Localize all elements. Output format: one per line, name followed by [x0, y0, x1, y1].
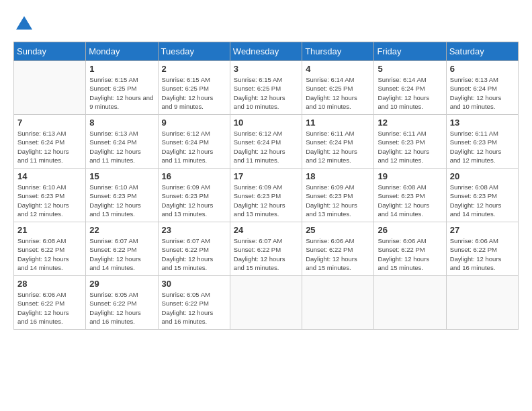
calendar-cell: 17Sunrise: 6:09 AMSunset: 6:23 PMDayligh… — [230, 169, 302, 222]
calendar-cell — [14, 61, 86, 115]
calendar-cell: 23Sunrise: 6:07 AMSunset: 6:22 PMDayligh… — [158, 222, 230, 276]
weekday-header: Saturday — [446, 42, 518, 61]
day-number: 1 — [89, 64, 154, 74]
calendar-cell: 12Sunrise: 6:11 AMSunset: 6:23 PMDayligh… — [374, 115, 446, 169]
day-detail: Sunrise: 6:05 AMSunset: 6:22 PMDaylight:… — [89, 290, 154, 326]
calendar-cell: 3Sunrise: 6:15 AMSunset: 6:25 PMDaylight… — [230, 61, 302, 115]
day-detail: Sunrise: 6:05 AMSunset: 6:22 PMDaylight:… — [162, 290, 226, 326]
day-detail: Sunrise: 6:12 AMSunset: 6:24 PMDaylight:… — [162, 129, 226, 165]
logo — [13, 13, 38, 35]
day-number: 18 — [306, 171, 370, 181]
day-detail: Sunrise: 6:11 AMSunset: 6:23 PMDaylight:… — [378, 129, 442, 165]
calendar-cell: 19Sunrise: 6:08 AMSunset: 6:23 PMDayligh… — [374, 169, 446, 222]
day-number: 5 — [378, 64, 442, 74]
calendar-cell: 4Sunrise: 6:14 AMSunset: 6:25 PMDaylight… — [302, 61, 374, 115]
day-number: 3 — [234, 64, 298, 74]
weekday-header: Tuesday — [158, 42, 230, 61]
calendar-cell: 27Sunrise: 6:06 AMSunset: 6:22 PMDayligh… — [446, 222, 518, 276]
calendar-cell — [302, 276, 374, 330]
calendar-cell: 30Sunrise: 6:05 AMSunset: 6:22 PMDayligh… — [158, 276, 230, 330]
day-number: 27 — [450, 225, 515, 235]
day-detail: Sunrise: 6:08 AMSunset: 6:23 PMDaylight:… — [378, 183, 442, 218]
calendar-cell: 24Sunrise: 6:07 AMSunset: 6:22 PMDayligh… — [230, 222, 302, 276]
calendar-cell: 1Sunrise: 6:15 AMSunset: 6:25 PMDaylight… — [86, 61, 158, 115]
calendar-cell: 25Sunrise: 6:06 AMSunset: 6:22 PMDayligh… — [302, 222, 374, 276]
calendar-cell: 26Sunrise: 6:06 AMSunset: 6:22 PMDayligh… — [374, 222, 446, 276]
day-detail: Sunrise: 6:06 AMSunset: 6:22 PMDaylight:… — [378, 236, 442, 272]
calendar-cell: 16Sunrise: 6:09 AMSunset: 6:23 PMDayligh… — [158, 169, 230, 222]
day-detail: Sunrise: 6:11 AMSunset: 6:24 PMDaylight:… — [306, 129, 370, 165]
day-detail: Sunrise: 6:06 AMSunset: 6:22 PMDaylight:… — [306, 236, 370, 272]
calendar-cell: 11Sunrise: 6:11 AMSunset: 6:24 PMDayligh… — [302, 115, 374, 169]
day-detail: Sunrise: 6:10 AMSunset: 6:23 PMDaylight:… — [17, 183, 82, 218]
day-number: 8 — [89, 118, 154, 128]
day-detail: Sunrise: 6:09 AMSunset: 6:23 PMDaylight:… — [162, 183, 226, 218]
day-number: 7 — [17, 118, 82, 128]
day-detail: Sunrise: 6:15 AMSunset: 6:25 PMDaylight:… — [162, 75, 226, 111]
day-number: 26 — [378, 225, 442, 235]
calendar-cell: 29Sunrise: 6:05 AMSunset: 6:22 PMDayligh… — [86, 276, 158, 330]
calendar-cell — [230, 276, 302, 330]
day-number: 4 — [306, 64, 370, 74]
page-header — [13, 13, 519, 35]
day-number: 30 — [162, 279, 226, 289]
weekday-header: Monday — [86, 42, 158, 61]
day-number: 13 — [450, 118, 515, 128]
calendar-cell — [374, 276, 446, 330]
day-number: 21 — [17, 225, 82, 235]
weekday-header: Wednesday — [230, 42, 302, 61]
calendar-cell: 9Sunrise: 6:12 AMSunset: 6:24 PMDaylight… — [158, 115, 230, 169]
day-detail: Sunrise: 6:15 AMSunset: 6:25 PMDaylight:… — [234, 75, 298, 111]
day-number: 11 — [306, 118, 370, 128]
day-number: 28 — [17, 279, 82, 289]
day-detail: Sunrise: 6:07 AMSunset: 6:22 PMDaylight:… — [89, 236, 154, 272]
day-detail: Sunrise: 6:06 AMSunset: 6:22 PMDaylight:… — [450, 236, 515, 272]
day-number: 14 — [17, 171, 82, 181]
day-number: 15 — [89, 171, 154, 181]
calendar-cell: 5Sunrise: 6:14 AMSunset: 6:24 PMDaylight… — [374, 61, 446, 115]
day-detail: Sunrise: 6:10 AMSunset: 6:23 PMDaylight:… — [89, 183, 154, 218]
day-number: 9 — [162, 118, 226, 128]
day-number: 17 — [234, 171, 298, 181]
day-detail: Sunrise: 6:09 AMSunset: 6:23 PMDaylight:… — [306, 183, 370, 218]
calendar-cell: 7Sunrise: 6:13 AMSunset: 6:24 PMDaylight… — [14, 115, 86, 169]
day-detail: Sunrise: 6:14 AMSunset: 6:25 PMDaylight:… — [306, 75, 370, 111]
day-detail: Sunrise: 6:11 AMSunset: 6:23 PMDaylight:… — [450, 129, 515, 165]
day-detail: Sunrise: 6:08 AMSunset: 6:22 PMDaylight:… — [17, 236, 82, 272]
day-detail: Sunrise: 6:14 AMSunset: 6:24 PMDaylight:… — [378, 75, 442, 111]
day-detail: Sunrise: 6:12 AMSunset: 6:24 PMDaylight:… — [234, 129, 298, 165]
day-number: 19 — [378, 171, 442, 181]
day-number: 12 — [378, 118, 442, 128]
day-number: 22 — [89, 225, 154, 235]
calendar-cell: 15Sunrise: 6:10 AMSunset: 6:23 PMDayligh… — [86, 169, 158, 222]
day-number: 16 — [162, 171, 226, 181]
day-detail: Sunrise: 6:13 AMSunset: 6:24 PMDaylight:… — [450, 75, 515, 111]
calendar-cell: 14Sunrise: 6:10 AMSunset: 6:23 PMDayligh… — [14, 169, 86, 222]
day-detail: Sunrise: 6:13 AMSunset: 6:24 PMDaylight:… — [89, 129, 154, 165]
logo-icon — [13, 13, 35, 35]
day-number: 20 — [450, 171, 515, 181]
day-number: 25 — [306, 225, 370, 235]
day-number: 24 — [234, 225, 298, 235]
day-detail: Sunrise: 6:15 AMSunset: 6:25 PMDaylight:… — [89, 75, 154, 111]
calendar-cell: 22Sunrise: 6:07 AMSunset: 6:22 PMDayligh… — [86, 222, 158, 276]
calendar-cell — [446, 276, 518, 330]
day-number: 10 — [234, 118, 298, 128]
calendar-cell: 13Sunrise: 6:11 AMSunset: 6:23 PMDayligh… — [446, 115, 518, 169]
day-detail: Sunrise: 6:08 AMSunset: 6:23 PMDaylight:… — [450, 183, 515, 218]
calendar-cell: 2Sunrise: 6:15 AMSunset: 6:25 PMDaylight… — [158, 61, 230, 115]
calendar-cell: 21Sunrise: 6:08 AMSunset: 6:22 PMDayligh… — [14, 222, 86, 276]
calendar-cell: 20Sunrise: 6:08 AMSunset: 6:23 PMDayligh… — [446, 169, 518, 222]
calendar-cell: 6Sunrise: 6:13 AMSunset: 6:24 PMDaylight… — [446, 61, 518, 115]
day-number: 29 — [89, 279, 154, 289]
day-number: 6 — [450, 64, 515, 74]
calendar-cell: 28Sunrise: 6:06 AMSunset: 6:22 PMDayligh… — [14, 276, 86, 330]
calendar-cell: 18Sunrise: 6:09 AMSunset: 6:23 PMDayligh… — [302, 169, 374, 222]
day-number: 23 — [162, 225, 226, 235]
day-number: 2 — [162, 64, 226, 74]
day-detail: Sunrise: 6:07 AMSunset: 6:22 PMDaylight:… — [234, 236, 298, 272]
calendar: SundayMondayTuesdayWednesdayThursdayFrid… — [13, 42, 519, 330]
calendar-cell: 8Sunrise: 6:13 AMSunset: 6:24 PMDaylight… — [86, 115, 158, 169]
calendar-cell: 10Sunrise: 6:12 AMSunset: 6:24 PMDayligh… — [230, 115, 302, 169]
weekday-header: Sunday — [14, 42, 86, 61]
